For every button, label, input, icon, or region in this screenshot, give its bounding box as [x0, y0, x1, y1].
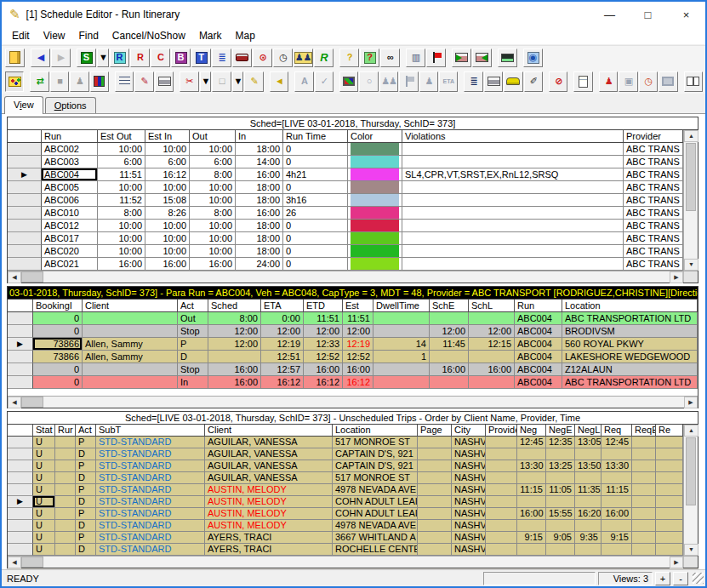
scroll-right-button[interactable]: ▶ — [670, 271, 683, 283]
cell[interactable]: 18:00 — [236, 220, 283, 232]
cell[interactable] — [656, 460, 683, 472]
flag-button[interactable] — [426, 49, 446, 67]
tools-button[interactable]: ✐ — [524, 71, 543, 92]
cell[interactable] — [486, 532, 517, 544]
cell[interactable]: 15:55 — [546, 508, 575, 520]
cell[interactable] — [546, 520, 575, 532]
cell[interactable]: ABC TRANS — [624, 245, 683, 258]
cell[interactable]: 10:00 — [145, 232, 190, 245]
resize-grip-icon[interactable] — [693, 573, 704, 584]
cell[interactable]: STD-STANDARD — [96, 472, 205, 484]
cell[interactable]: ABC TRANSPORTATION LTD — [562, 312, 698, 325]
column-header[interactable]: ETA — [261, 300, 304, 312]
cancel-trip-button[interactable]: ✎ — [134, 71, 153, 92]
cell[interactable]: ABC TRANS — [624, 232, 683, 245]
cell[interactable] — [430, 376, 469, 389]
cell[interactable]: 18:00 — [236, 232, 283, 245]
cell[interactable]: 16:12 — [261, 376, 304, 389]
cell[interactable] — [546, 544, 575, 556]
cell[interactable]: NASHV — [452, 544, 486, 556]
scroll-track[interactable] — [684, 437, 698, 544]
cell[interactable] — [402, 207, 624, 220]
cell[interactable] — [632, 472, 656, 484]
cell[interactable]: 16:00 — [517, 508, 546, 520]
cell[interactable]: 9:05 — [546, 532, 575, 544]
row-selector[interactable] — [8, 312, 33, 325]
noshow-dropdown[interactable]: ▼ — [200, 71, 212, 92]
validate-button[interactable]: ✓ — [315, 71, 334, 92]
cell[interactable]: 10:00 — [98, 220, 145, 232]
minimize-button[interactable]: — — [590, 2, 629, 27]
cell[interactable] — [55, 544, 76, 556]
cell[interactable]: 8:00 — [98, 207, 145, 220]
cell[interactable]: 16:00 — [208, 376, 261, 389]
row-selector[interactable] — [8, 532, 33, 544]
cell[interactable] — [486, 544, 517, 556]
cell[interactable]: U — [33, 520, 55, 532]
cell[interactable]: 10:00 — [145, 181, 190, 194]
cell[interactable]: 73866 — [33, 338, 83, 351]
mdt-button[interactable] — [498, 49, 517, 67]
column-header[interactable]: Color — [348, 130, 402, 143]
cell[interactable]: 9:15 — [602, 532, 632, 544]
avl-button[interactable]: ◉ — [523, 49, 543, 67]
column-header[interactable]: Est Out — [98, 130, 145, 143]
back-button[interactable]: ◀ — [31, 49, 50, 67]
cell[interactable]: 12:00 — [430, 325, 469, 338]
cell[interactable]: ABC005 — [42, 181, 98, 194]
cell[interactable]: ABC TRANS — [624, 220, 683, 232]
column-header[interactable]: Out — [190, 130, 236, 143]
cell[interactable]: 10:00 — [145, 245, 190, 258]
exit-button[interactable] — [5, 49, 25, 67]
cell[interactable]: 16:00 — [343, 363, 373, 376]
cell[interactable] — [656, 508, 683, 520]
cell[interactable] — [402, 245, 624, 258]
cell[interactable]: STD-STANDARD — [96, 544, 205, 556]
cell[interactable]: U — [33, 532, 55, 544]
cell[interactable]: 11:15 — [517, 484, 546, 496]
cell[interactable]: SL4,CPR,VT,SRST,EX,RnL12,SRSQ — [402, 168, 624, 181]
row-selector[interactable] — [8, 363, 33, 376]
cell[interactable] — [486, 508, 517, 520]
cell[interactable]: P — [76, 532, 96, 544]
cell[interactable]: 10:00 — [98, 232, 145, 245]
column-header[interactable]: Run — [42, 130, 98, 143]
cell[interactable]: P — [178, 338, 208, 351]
column-header[interactable]: Client — [83, 300, 178, 312]
cell[interactable]: 16:12 — [145, 168, 190, 181]
cell[interactable]: 16:00 — [208, 363, 261, 376]
row-selector[interactable] — [8, 472, 33, 484]
cell[interactable]: 18:00 — [236, 143, 283, 156]
sound-button[interactable]: ◄ — [270, 71, 288, 92]
cell[interactable]: 10:00 — [190, 143, 236, 156]
bus-pull-out-button[interactable] — [472, 49, 492, 67]
colors-button[interactable] — [5, 71, 24, 92]
column-header[interactable]: SubT — [96, 425, 205, 437]
cell[interactable]: 16:00 — [145, 258, 190, 271]
cell[interactable] — [430, 351, 469, 363]
cell[interactable] — [517, 448, 546, 460]
scroll-right-button[interactable]: ▶ — [670, 557, 683, 568]
cell[interactable]: D — [76, 448, 96, 460]
mute-button[interactable]: ⊘ — [549, 71, 567, 92]
row-selector[interactable] — [8, 437, 33, 448]
zoom-button[interactable]: ○ — [359, 71, 378, 92]
cell[interactable]: 11:05 — [546, 484, 575, 496]
menu-map[interactable]: Map — [229, 28, 262, 43]
runs-grid-horizontal-scrollbar[interactable]: ◀▶ — [8, 271, 698, 283]
cell[interactable]: 16:00 — [190, 258, 236, 271]
cell[interactable] — [418, 520, 452, 532]
cell[interactable]: ABC004 — [515, 363, 562, 376]
cell[interactable]: NASHV — [452, 520, 486, 532]
menu-view[interactable]: View — [37, 28, 72, 43]
cell[interactable]: 12:19 — [261, 338, 304, 351]
cell[interactable]: Out — [178, 312, 208, 325]
row-selector[interactable] — [8, 351, 33, 363]
cell[interactable]: CAPTAIN D'S, 921 — [333, 460, 418, 472]
column-header[interactable]: Location — [333, 425, 418, 437]
cell[interactable]: CAPTAIN D'S, 921 — [333, 448, 418, 460]
column-header[interactable]: BookingI — [33, 300, 83, 312]
cell[interactable]: 0 — [283, 156, 348, 168]
menu-mark[interactable]: Mark — [192, 28, 229, 43]
cell[interactable] — [486, 448, 517, 460]
